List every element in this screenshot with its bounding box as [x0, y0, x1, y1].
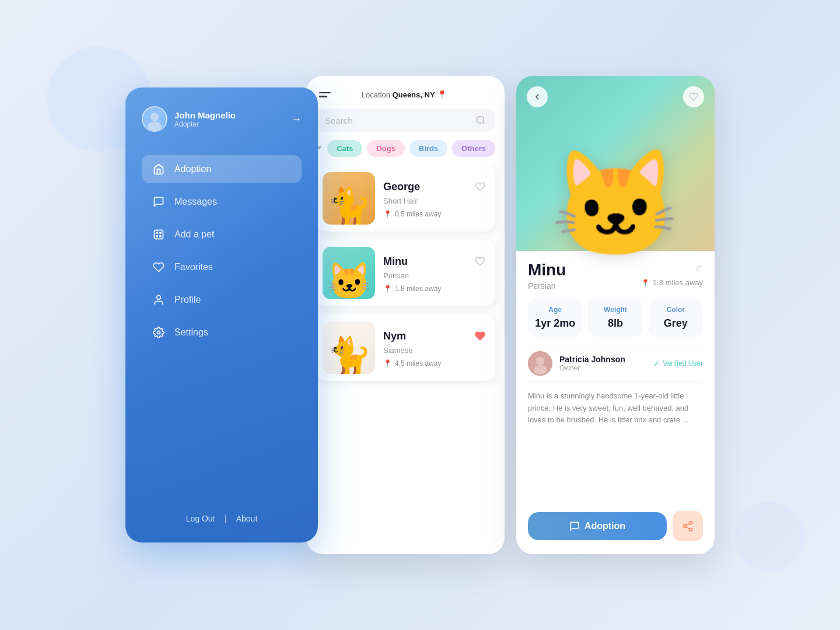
- right-panel-detail: 🐱 Minu Persian ♂ 📍 1.8 miles away: [516, 76, 715, 554]
- stat-weight: Weight 8lb: [588, 299, 642, 337]
- nym-name: Nym: [383, 330, 406, 342]
- detail-pet-breed: Persian: [528, 281, 566, 290]
- svg-point-19: [534, 365, 547, 374]
- detail-pet-name: Minu: [528, 261, 566, 279]
- middle-panel-list: Location Queens, NY 📍 Search Cats Dogs B…: [306, 76, 505, 554]
- nym-distance: 📍 4.5 miles away: [383, 359, 488, 368]
- detail-header: Minu Persian ♂ 📍 1.8 miles away: [528, 261, 703, 290]
- minu-pin-icon: 📍: [383, 285, 392, 293]
- nym-name-row: Nym: [383, 328, 488, 344]
- hamburger-icon[interactable]: [319, 92, 331, 97]
- color-value: Grey: [654, 317, 697, 330]
- george-breed: Short Hair: [383, 197, 488, 205]
- svg-point-1: [150, 113, 159, 121]
- age-value: 1yr 2mo: [534, 317, 576, 330]
- hamburger-line-bottom: [319, 96, 327, 97]
- about-link[interactable]: About: [236, 514, 258, 523]
- svg-point-18: [536, 357, 544, 365]
- svg-point-7: [160, 236, 162, 237]
- george-info: George Short Hair 📍 0.5 miles away: [383, 178, 488, 218]
- sidebar-item-messages[interactable]: Messages: [142, 188, 302, 216]
- nav-menu: Adoption Messages: [142, 155, 302, 502]
- adoption-label: Adoption: [174, 164, 211, 174]
- nym-breed: Siamese: [383, 346, 488, 355]
- minu-info: Minu Persian 📍 1.8 miles away: [383, 253, 488, 293]
- middle-header: Location Queens, NY 📍: [306, 76, 505, 108]
- pet-hero-image: 🐱: [516, 76, 715, 251]
- sidebar-item-settings[interactable]: Settings: [142, 318, 302, 346]
- settings-label: Settings: [174, 327, 208, 338]
- pet-list: 🐈 George Short Hair 📍 0.5 miles away: [306, 165, 505, 554]
- share-button[interactable]: [673, 511, 703, 541]
- hamburger-line-top: [319, 92, 331, 94]
- weight-label: Weight: [594, 306, 636, 314]
- nym-pin-icon: 📍: [383, 359, 392, 368]
- category-dogs[interactable]: Dogs: [367, 140, 405, 157]
- location-display: Location Queens, NY 📍: [362, 90, 447, 99]
- check-icon: ✓: [653, 359, 660, 368]
- owner-avatar: [528, 351, 552, 376]
- messages-label: Messages: [174, 197, 217, 207]
- add-pet-label: Add a pet: [174, 229, 215, 240]
- minu-distance: 📍 1.8 miles away: [383, 285, 488, 293]
- distance-pin-icon: 📍: [383, 210, 392, 218]
- detail-content: Minu Persian ♂ 📍 1.8 miles away Age 1yr …: [516, 251, 715, 554]
- sidebar-item-adoption[interactable]: Adoption: [142, 155, 302, 183]
- user-role: Adopter: [174, 120, 236, 128]
- adoption-button[interactable]: Adoption: [528, 512, 667, 540]
- svg-line-24: [686, 523, 690, 525]
- minu-distance-text: 1.8 miles away: [395, 285, 441, 293]
- svg-point-13: [477, 116, 484, 123]
- sidebar-item-profile[interactable]: Profile: [142, 286, 302, 314]
- svg-point-2: [148, 122, 162, 131]
- svg-point-21: [684, 525, 687, 528]
- user-section: John Magnelio Adopter →: [142, 106, 302, 132]
- category-others[interactable]: Others: [452, 140, 495, 157]
- detail-heart-button[interactable]: [683, 86, 704, 107]
- nym-distance-text: 4.5 miles away: [395, 359, 441, 368]
- gender-icon: ♂: [694, 261, 703, 275]
- category-cats[interactable]: Cats: [327, 140, 362, 157]
- minu-name: Minu: [383, 256, 408, 268]
- user-text: John Magnelio Adopter: [174, 110, 236, 128]
- minu-heart-button[interactable]: [472, 253, 488, 270]
- screens-container: John Magnelio Adopter → Adoption: [70, 52, 770, 578]
- svg-point-6: [156, 236, 158, 237]
- sidebar-item-favorites[interactable]: Favorites: [142, 253, 302, 281]
- profile-icon: [152, 293, 165, 306]
- svg-point-22: [690, 528, 692, 531]
- svg-point-8: [157, 296, 161, 300]
- back-button[interactable]: [527, 86, 548, 107]
- pet-card-nym[interactable]: 🐈 Nym Siamese 📍 4.5 miles away: [316, 314, 495, 381]
- hero-pet-image: 🐱: [550, 152, 681, 257]
- message-icon: [152, 195, 165, 208]
- stat-age: Age 1yr 2mo: [528, 299, 582, 337]
- owner-row: Patricia Johnson Owner ✓ Verified User: [528, 345, 703, 382]
- avatar: [142, 106, 167, 132]
- arrow-right-icon[interactable]: →: [291, 113, 302, 125]
- sidebar-item-add-pet[interactable]: Add a pet: [142, 220, 302, 249]
- george-distance: 📍 0.5 miles away: [383, 210, 488, 218]
- category-birds[interactable]: Birds: [410, 140, 447, 157]
- george-distance-text: 0.5 miles away: [395, 210, 441, 218]
- favorites-label: Favorites: [174, 262, 213, 272]
- avatar-image: [143, 107, 166, 131]
- detail-pin-icon: 📍: [641, 279, 650, 287]
- nym-heart-button[interactable]: [472, 328, 488, 344]
- location-city: Queens, NY: [393, 90, 435, 99]
- minu-thumbnail: 🐱: [323, 247, 375, 299]
- user-info: John Magnelio Adopter: [142, 106, 236, 132]
- pet-card-george[interactable]: 🐈 George Short Hair 📍 0.5 miles away: [316, 165, 495, 232]
- nym-cat-image: 🐈: [327, 338, 372, 374]
- george-heart-button[interactable]: [472, 178, 488, 195]
- detail-right-info: ♂ 📍 1.8 miles away: [641, 261, 703, 287]
- george-thumbnail: 🐈: [323, 172, 375, 225]
- search-bar[interactable]: Search: [316, 108, 495, 132]
- verified-label: Verified User: [663, 359, 703, 368]
- pet-card-minu[interactable]: 🐱 Minu Persian 📍 1.8 miles away: [316, 240, 495, 306]
- search-placeholder: Search: [325, 116, 470, 125]
- verified-badge: ✓ Verified User: [653, 359, 703, 368]
- svg-point-9: [158, 331, 160, 334]
- logout-link[interactable]: Log Out: [186, 514, 215, 523]
- search-icon: [475, 115, 486, 125]
